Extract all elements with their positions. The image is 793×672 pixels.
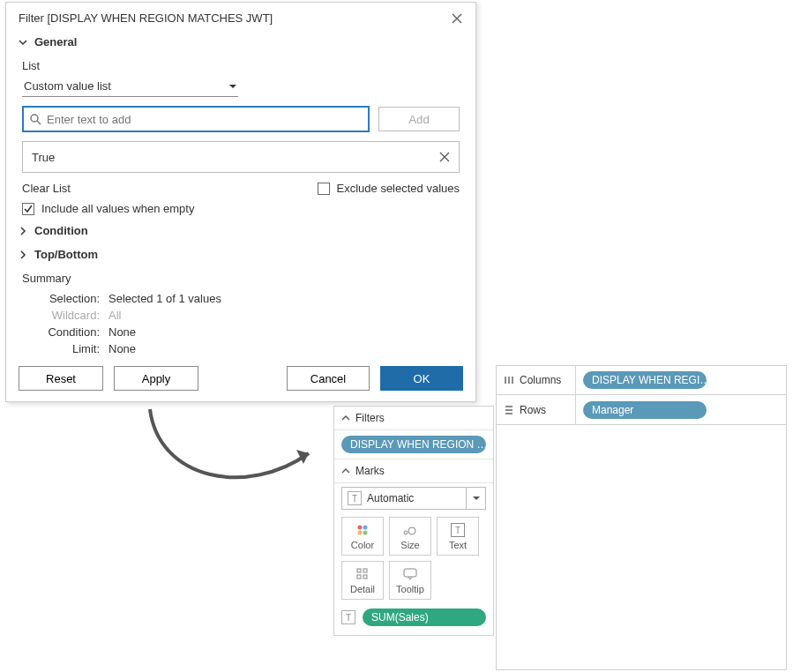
add-button[interactable]: Add (378, 107, 460, 131)
rows-label: Rows (520, 404, 546, 416)
svg-rect-7 (357, 569, 361, 572)
color-label: Color (351, 540, 374, 550)
columns-shelf-label-wrap: Columns (497, 366, 576, 394)
apply-button[interactable]: Apply (114, 366, 198, 391)
list-type-value: Custom value list (24, 79, 111, 93)
caret-down-icon (466, 488, 485, 509)
exclude-checkbox[interactable] (318, 183, 330, 195)
text-mark-icon: T (341, 610, 355, 624)
summary-block: Summary Selection:Selected 1 of 1 values… (6, 266, 475, 359)
viz-canvas[interactable] (496, 425, 787, 670)
section-condition[interactable]: Condition (6, 219, 475, 243)
detail-icon (356, 566, 369, 582)
summary-condition-value: None (108, 325, 136, 339)
dialog-title: Filter [DISPLAY WHEN REGION MATCHES JWT] (19, 11, 273, 25)
rows-pill[interactable]: Manager (583, 401, 707, 419)
value-item[interactable]: True (32, 151, 55, 164)
exclude-label: Exclude selected values (337, 182, 460, 195)
cancel-button[interactable]: Cancel (287, 366, 370, 391)
svg-point-1 (358, 526, 363, 530)
exclude-checkbox-row[interactable]: Exclude selected values (318, 182, 460, 195)
detail-label: Detail (350, 584, 375, 594)
add-value-input-wrap (22, 106, 370, 132)
size-label: Size (400, 540, 419, 550)
marks-grid: Color Size T Text Detail Tooltip (334, 513, 493, 603)
search-icon (29, 113, 41, 125)
filters-card-header[interactable]: Filters (334, 407, 493, 430)
dialog-header: Filter [DISPLAY WHEN REGION MATCHES JWT] (6, 3, 475, 32)
clear-list-link[interactable]: Clear List (22, 182, 71, 195)
section-condition-label: Condition (34, 224, 88, 237)
rows-icon (504, 405, 514, 415)
add-value-input[interactable] (47, 113, 363, 126)
chevron-right-icon (19, 227, 29, 235)
svg-point-0 (31, 115, 38, 122)
close-icon[interactable] (451, 12, 463, 25)
svg-point-4 (363, 531, 368, 535)
arrow-annotation (132, 400, 335, 506)
text-mark-button[interactable]: T Text (437, 517, 479, 556)
summary-wildcard-label: Wildcard: (34, 309, 100, 322)
options-row: Clear List Exclude selected values (22, 182, 460, 195)
filter-dialog: Filter [DISPLAY WHEN REGION MATCHES JWT]… (5, 2, 476, 402)
marks-type-value: Automatic (367, 492, 414, 504)
filters-label: Filters (355, 412, 385, 424)
svg-rect-8 (363, 569, 367, 572)
section-general-label: General (34, 35, 77, 49)
svg-rect-10 (363, 575, 367, 579)
filter-pill[interactable]: DISPLAY WHEN REGION … (341, 436, 486, 453)
filters-card-body: DISPLAY WHEN REGION … (334, 430, 493, 459)
dialog-buttons: Reset Apply Cancel OK (6, 359, 475, 391)
tooltip-mark-button[interactable]: Tooltip (389, 561, 431, 600)
size-mark-button[interactable]: Size (389, 517, 431, 556)
columns-shelf[interactable]: Columns DISPLAY WHEN REGI… (496, 365, 787, 395)
columns-icon (504, 375, 514, 385)
svg-rect-9 (357, 575, 361, 579)
svg-point-5 (404, 531, 408, 534)
list-type-dropdown[interactable]: Custom value list (22, 76, 238, 97)
value-list: True (22, 141, 460, 173)
remove-value-icon[interactable] (439, 152, 450, 162)
svg-point-2 (363, 526, 368, 530)
ok-button[interactable]: OK (380, 366, 463, 391)
svg-point-6 (408, 527, 415, 534)
marks-label: Marks (355, 465, 385, 477)
columns-label: Columns (520, 374, 561, 386)
summary-selection-value: Selected 1 of 1 values (108, 292, 221, 305)
chevron-down-icon (19, 38, 29, 47)
svg-point-3 (358, 531, 363, 535)
marks-type-dropdown[interactable]: T Automatic (341, 487, 486, 510)
caret-down-icon (229, 83, 236, 90)
marks-card-header[interactable]: Marks (334, 459, 493, 483)
size-icon (402, 522, 418, 538)
text-mark-icon: T (348, 491, 362, 505)
general-body: List Custom value list Add True Clear Li (6, 52, 475, 219)
summary-selection-label: Selection: (34, 292, 100, 305)
tooltip-icon (403, 566, 417, 582)
rows-shelf[interactable]: Rows Manager (496, 395, 787, 425)
detail-mark-button[interactable]: Detail (341, 561, 384, 600)
sum-sales-pill[interactable]: SUM(Sales) (363, 609, 486, 626)
rows-shelf-label-wrap: Rows (497, 395, 576, 424)
color-mark-button[interactable]: Color (341, 517, 384, 556)
include-empty-checkbox[interactable] (22, 203, 34, 215)
cards-panel: Filters DISPLAY WHEN REGION … Marks T Au… (333, 406, 494, 636)
chevron-down-icon (341, 467, 350, 475)
chevron-right-icon (19, 250, 29, 259)
include-empty-label: Include all values when empty (41, 202, 194, 215)
text-label: Text (449, 540, 467, 550)
list-label: List (22, 59, 460, 72)
columns-pill[interactable]: DISPLAY WHEN REGI… (583, 371, 707, 389)
section-topbottom-label: Top/Bottom (34, 248, 98, 261)
summary-wildcard-value: All (108, 309, 121, 322)
shelf-panel: Columns DISPLAY WHEN REGI… Rows Manager (496, 365, 787, 670)
tooltip-label: Tooltip (396, 584, 424, 594)
text-icon: T (451, 522, 465, 538)
include-empty-checkbox-row[interactable]: Include all values when empty (22, 202, 460, 215)
color-icon (355, 522, 370, 538)
chevron-down-icon (341, 414, 350, 422)
summary-limit-label: Limit: (34, 342, 100, 355)
section-topbottom[interactable]: Top/Bottom (6, 243, 475, 266)
reset-button[interactable]: Reset (19, 366, 103, 391)
section-general[interactable]: General (6, 32, 475, 52)
